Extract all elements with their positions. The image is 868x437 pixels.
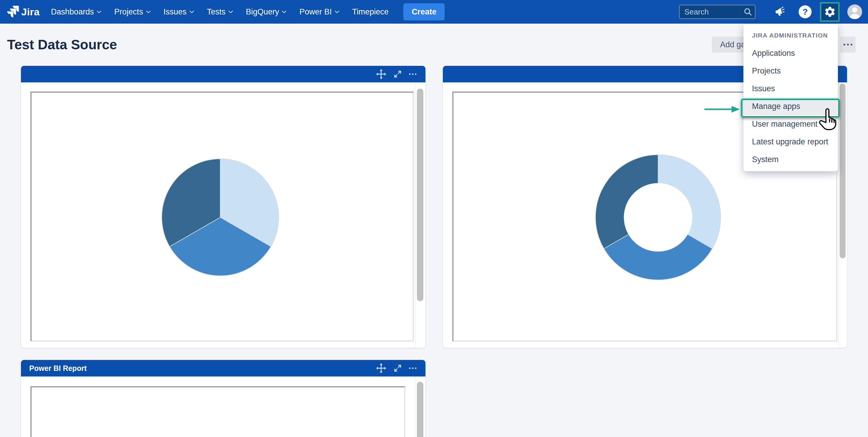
gear-icon <box>824 6 836 18</box>
chevron-down-icon <box>97 11 101 13</box>
menu-item-issues[interactable]: Issues <box>743 80 838 97</box>
jira-logo-icon <box>7 6 19 18</box>
gadget-header[interactable]: Power BI Report <box>21 360 426 376</box>
donut-chart <box>593 152 723 282</box>
move-icon[interactable] <box>376 69 386 80</box>
gadget-scrollbar-thumb[interactable] <box>417 382 423 437</box>
page-title: Test Data Source <box>7 37 117 53</box>
nav-item-timepiece[interactable]: Timepiece <box>352 7 389 17</box>
nav-item-dashboards[interactable]: Dashboards <box>51 7 101 17</box>
gadget-scrollbar-thumb[interactable] <box>417 89 423 301</box>
gadget-iframe <box>30 386 405 437</box>
expand-icon[interactable] <box>393 364 402 373</box>
megaphone-icon <box>774 6 786 18</box>
top-navbar: Jira Dashboards Projects Issues Tests Bi… <box>0 0 868 24</box>
page: Jira Dashboards Projects Issues Tests Bi… <box>0 0 868 437</box>
chevron-down-icon <box>228 11 233 13</box>
pie-chart <box>158 155 282 279</box>
donut-hole <box>624 183 692 252</box>
chevron-down-icon <box>146 11 151 13</box>
nav-item-issues[interactable]: Issues <box>163 7 194 17</box>
help-button[interactable]: ? <box>799 5 812 18</box>
more-icon[interactable] <box>409 367 416 369</box>
dashboard-more-button[interactable] <box>840 37 856 53</box>
expand-icon[interactable] <box>393 69 402 79</box>
menu-item-projects[interactable]: Projects <box>743 62 838 80</box>
nav-item-bigquery[interactable]: BigQuery <box>246 7 287 17</box>
search-box <box>679 5 755 19</box>
menu-item-manage-apps[interactable]: Manage apps <box>743 97 838 115</box>
search-icon <box>744 8 752 16</box>
menu-item-latest-upgrade-report[interactable]: Latest upgrade report <box>743 133 838 151</box>
nav-item-tests[interactable]: Tests <box>207 7 233 17</box>
chevron-down-icon <box>335 11 339 13</box>
create-button[interactable]: Create <box>403 3 445 20</box>
admin-settings-button[interactable] <box>824 6 836 18</box>
nav-item-projects[interactable]: Projects <box>114 7 151 17</box>
gadget-title: Power BI Report <box>29 364 87 373</box>
gadget-powerbi-report: Power BI Report <box>21 360 426 437</box>
menu-item-applications[interactable]: Applications <box>743 44 838 62</box>
jira-logo-text: Jira <box>21 6 40 18</box>
menu-item-system[interactable]: System <box>743 151 838 168</box>
jira-administration-menu: JIRA ADMINISTRATION Applications Project… <box>743 24 838 171</box>
gadget-scrollbar-thumb[interactable] <box>840 84 845 258</box>
avatar-icon <box>847 4 862 19</box>
more-icon[interactable] <box>409 73 416 75</box>
gadget-header[interactable] <box>21 66 426 83</box>
jira-logo[interactable]: Jira <box>7 6 40 18</box>
menu-item-user-management[interactable]: User management <box>743 115 838 133</box>
chevron-down-icon <box>190 11 194 13</box>
help-icon: ? <box>802 7 808 17</box>
gear-highlight-box <box>820 2 840 22</box>
feedback-button[interactable] <box>774 6 786 18</box>
chevron-down-icon <box>282 11 286 13</box>
user-avatar[interactable] <box>847 4 862 19</box>
ellipsis-icon <box>843 44 852 45</box>
menu-section-heading: JIRA ADMINISTRATION <box>752 32 828 39</box>
nav-item-powerbi[interactable]: Power BI <box>299 7 339 17</box>
move-icon[interactable] <box>376 363 386 374</box>
